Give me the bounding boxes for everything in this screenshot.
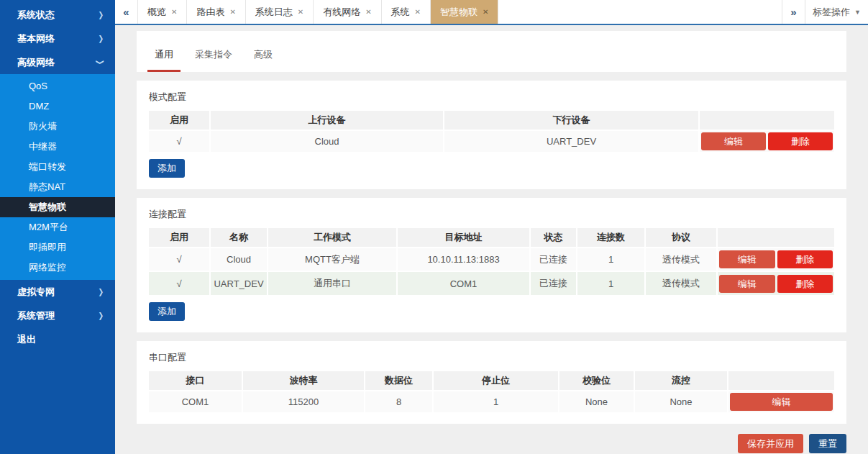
sidebar-item-network-monitor[interactable]: 网络监控 bbox=[0, 258, 115, 278]
tab-operations-dropdown[interactable]: 标签操作 ▼ bbox=[805, 0, 868, 24]
scroll-tabs-left-button[interactable]: « bbox=[115, 0, 138, 24]
close-icon[interactable]: ✕ bbox=[298, 8, 303, 16]
tab-system-log[interactable]: 系统日志 ✕ bbox=[246, 0, 314, 24]
table-row: COM1 115200 8 1 None None 编辑 bbox=[149, 391, 834, 412]
column-header: 接口 bbox=[149, 371, 242, 391]
sidebar-item-static-nat[interactable]: 静态NAT bbox=[0, 177, 115, 197]
top-tabbar: « 概览 ✕ 路由表 ✕ 系统日志 ✕ 有线网络 ✕ 系统 ✕ 智慧物 bbox=[115, 0, 868, 25]
cell-protocol: 透传模式 bbox=[645, 248, 717, 271]
serial-config-table: 接口 波特率 数据位 停止位 校验位 流控 COM1 115200 bbox=[149, 371, 834, 412]
edit-button[interactable]: 编辑 bbox=[719, 275, 775, 293]
column-header: 连接数 bbox=[577, 228, 645, 248]
tab-advanced[interactable]: 高级 bbox=[247, 48, 280, 72]
sidebar-item-basic-network[interactable]: 基本网络 ❯ bbox=[0, 27, 115, 50]
column-header: 名称 bbox=[210, 228, 268, 248]
add-button[interactable]: 添加 bbox=[149, 302, 185, 321]
row-actions-cell: 编辑 bbox=[728, 391, 834, 412]
add-button[interactable]: 添加 bbox=[149, 159, 185, 178]
column-header: 启用 bbox=[149, 111, 210, 130]
content-tabs-card: 通用 采集指令 高级 bbox=[137, 31, 846, 72]
sidebar-item-label: 系统状态 bbox=[17, 9, 55, 22]
connection-config-table: 启用 名称 工作模式 目标地址 状态 连接数 协议 √ bbox=[149, 228, 834, 295]
sidebar-item-advanced-network[interactable]: 高级网络 ❯ bbox=[0, 50, 115, 74]
save-and-apply-button[interactable]: 保存并应用 bbox=[738, 434, 803, 453]
sidebar-item-label: 基本网络 bbox=[17, 32, 55, 45]
reset-button[interactable]: 重置 bbox=[809, 434, 846, 453]
app-window: 系统状态 ❯ 基本网络 ❯ 高级网络 ❯ QoS DMZ 防火墙 中继器 端口转… bbox=[0, 0, 868, 454]
column-header-actions bbox=[699, 111, 834, 130]
cell-connection-count: 1 bbox=[577, 248, 645, 271]
sidebar-item-label: 退出 bbox=[17, 333, 36, 346]
tabbar-spacer bbox=[498, 0, 782, 24]
sidebar-submenu: QoS DMZ 防火墙 中继器 端口转发 静态NAT 智慧物联 M2M平台 即插… bbox=[0, 74, 115, 280]
close-icon[interactable]: ✕ bbox=[229, 8, 235, 16]
cell-downstream-device: UART_DEV bbox=[444, 130, 699, 152]
chevron-down-icon: ❯ bbox=[96, 60, 105, 65]
cell-name: Cloud bbox=[210, 248, 268, 271]
close-icon[interactable]: ✕ bbox=[365, 8, 371, 16]
sidebar-item-m2m-platform[interactable]: M2M平台 bbox=[0, 217, 115, 237]
tab-label: 智慧物联 bbox=[440, 6, 478, 19]
tab-smart-iot[interactable]: 智慧物联 ✕ bbox=[431, 0, 498, 24]
enabled-checkmark: √ bbox=[149, 248, 210, 271]
delete-button[interactable]: 删除 bbox=[768, 132, 833, 150]
delete-button[interactable]: 删除 bbox=[777, 275, 833, 293]
enabled-checkmark: √ bbox=[149, 271, 210, 295]
sidebar-item-port-forwarding[interactable]: 端口转发 bbox=[0, 157, 115, 177]
sidebar-item-system-status[interactable]: 系统状态 ❯ bbox=[0, 3, 115, 27]
cell-target-address: 10.10.11.13:1883 bbox=[397, 248, 530, 271]
enabled-checkmark: √ bbox=[149, 130, 210, 152]
cell-stop-bits: 1 bbox=[433, 391, 559, 412]
sidebar-item-upnp[interactable]: 即插即用 bbox=[0, 237, 115, 258]
cell-baud-rate: 115200 bbox=[242, 391, 365, 412]
edit-button[interactable]: 编辑 bbox=[730, 393, 833, 411]
column-header: 数据位 bbox=[365, 371, 433, 391]
column-header: 停止位 bbox=[433, 371, 559, 391]
row-actions-cell: 编辑 删除 bbox=[717, 271, 834, 295]
tab-system[interactable]: 系统 ✕ bbox=[382, 0, 431, 24]
tab-label: 系统日志 bbox=[255, 6, 293, 19]
close-icon[interactable]: ✕ bbox=[171, 8, 177, 16]
sidebar-item-firewall[interactable]: 防火墙 bbox=[0, 117, 115, 137]
tab-overview[interactable]: 概览 ✕ bbox=[138, 0, 187, 24]
scroll-tabs-right-button[interactable]: » bbox=[782, 0, 805, 24]
column-header-actions bbox=[728, 371, 834, 391]
sidebar-item-system-management[interactable]: 系统管理 ❯ bbox=[0, 304, 115, 327]
cell-upstream-device: Cloud bbox=[210, 130, 444, 152]
sidebar-item-repeater[interactable]: 中继器 bbox=[0, 137, 115, 157]
delete-button[interactable]: 删除 bbox=[777, 250, 833, 268]
close-icon[interactable]: ✕ bbox=[415, 8, 421, 16]
chevron-right-icon: ❯ bbox=[98, 311, 104, 319]
column-header: 校验位 bbox=[559, 371, 634, 391]
footer-actions: 保存并应用 重置 bbox=[137, 432, 846, 453]
sidebar-item-label: 系统管理 bbox=[17, 309, 55, 322]
sidebar-item-label: 虚拟专网 bbox=[17, 286, 55, 299]
tab-label: 有线网络 bbox=[323, 6, 360, 19]
table-header-row: 接口 波特率 数据位 停止位 校验位 流控 bbox=[149, 371, 834, 391]
table-header-row: 启用 名称 工作模式 目标地址 状态 连接数 协议 bbox=[149, 228, 834, 248]
close-icon[interactable]: ✕ bbox=[483, 8, 488, 16]
column-header: 目标地址 bbox=[397, 228, 530, 248]
serial-config-section: 串口配置 接口 波特率 数据位 停止位 校验位 流控 bbox=[137, 341, 846, 424]
sidebar-item-smart-iot[interactable]: 智慧物联 bbox=[0, 197, 115, 217]
column-header: 上行设备 bbox=[210, 111, 444, 130]
column-header: 协议 bbox=[645, 228, 717, 248]
cell-connection-count: 1 bbox=[577, 271, 645, 295]
edit-button[interactable]: 编辑 bbox=[701, 132, 766, 150]
cell-target-address: COM1 bbox=[397, 271, 530, 295]
tab-operations-label: 标签操作 bbox=[813, 6, 850, 19]
column-header-actions bbox=[717, 228, 834, 248]
tab-wired-network[interactable]: 有线网络 ✕ bbox=[314, 0, 381, 24]
content-area: 通用 采集指令 高级 模式配置 启用 上行设备 下行设备 bbox=[115, 25, 868, 454]
column-header: 状态 bbox=[530, 228, 577, 248]
table-row: √ Cloud UART_DEV 编辑 删除 bbox=[149, 130, 834, 152]
edit-button[interactable]: 编辑 bbox=[719, 250, 775, 268]
table-header-row: 启用 上行设备 下行设备 bbox=[149, 111, 834, 130]
sidebar-item-logout[interactable]: 退出 bbox=[0, 327, 115, 351]
sidebar-item-qos[interactable]: QoS bbox=[0, 76, 115, 96]
tab-routing-table[interactable]: 路由表 ✕ bbox=[187, 0, 245, 24]
sidebar-item-vpn[interactable]: 虚拟专网 ❯ bbox=[0, 280, 115, 304]
tab-general[interactable]: 通用 bbox=[147, 48, 181, 72]
tab-collect-commands[interactable]: 采集指令 bbox=[188, 48, 239, 72]
sidebar-item-dmz[interactable]: DMZ bbox=[0, 96, 115, 117]
